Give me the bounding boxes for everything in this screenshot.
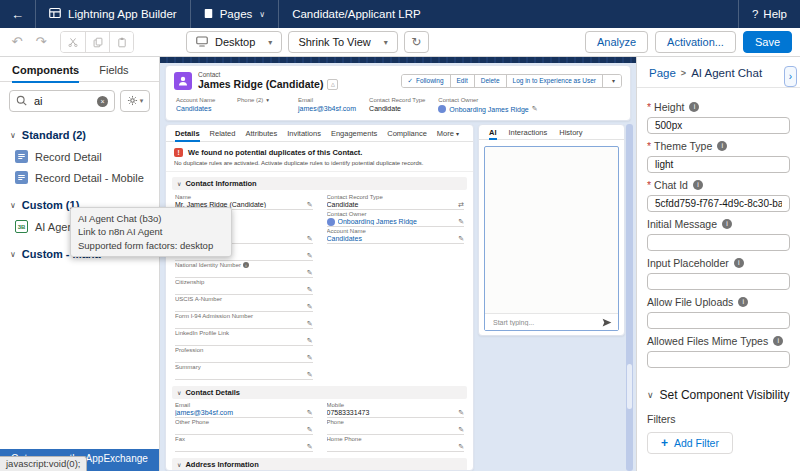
inspector-field-input[interactable]: [647, 195, 790, 212]
info-right-column: Contact Record Type Candidate ⇄ Contact …: [327, 194, 465, 381]
record-title: James Ridge (Candidate): [198, 78, 323, 90]
info-icon[interactable]: [689, 102, 699, 112]
edit-pencil-icon[interactable]: [307, 252, 313, 260]
record-detail-card[interactable]: Details Related Attributes Invit: [165, 124, 474, 471]
info-icon[interactable]: [717, 141, 727, 151]
edit-pencil-icon[interactable]: [532, 105, 538, 113]
clear-search-icon[interactable]: ×: [97, 96, 108, 107]
component-list-item[interactable]: Record Detail: [0, 146, 159, 167]
ai-panel-tab[interactable]: Interactions: [509, 125, 548, 140]
canvas-scrollbar[interactable]: [626, 124, 633, 471]
chat-input[interactable]: [491, 318, 598, 327]
section-contact-information[interactable]: ∨ Contact Information: [172, 177, 467, 190]
info-icon[interactable]: [738, 297, 748, 307]
record-tab[interactable]: Invitations: [287, 125, 321, 142]
record-action-button[interactable]: Delete: [474, 75, 506, 87]
back-button[interactable]: ←: [0, 0, 36, 28]
edit-pencil-icon[interactable]: [307, 371, 313, 379]
info-icon[interactable]: [722, 219, 732, 229]
edit-pencil-icon[interactable]: [458, 235, 464, 243]
refresh-button[interactable]: ↻: [404, 31, 429, 53]
section-address-information[interactable]: ∨ Address Information: [172, 458, 467, 471]
record-tab[interactable]: Details: [175, 125, 200, 142]
edit-pencil-icon[interactable]: [458, 426, 464, 434]
inspector-field-input[interactable]: [647, 351, 790, 368]
inspector-field-label: Chat Id: [654, 179, 688, 191]
ai-agent-chat-component[interactable]: AI Interactions History: [478, 124, 625, 336]
edit-pencil-icon[interactable]: [307, 337, 313, 345]
paste-icon[interactable]: [109, 32, 133, 52]
inspector-field-input[interactable]: [647, 156, 790, 173]
activation-button[interactable]: Activation...: [655, 31, 736, 53]
edit-pencil-icon[interactable]: [307, 286, 313, 294]
ai-panel-tab[interactable]: History: [559, 125, 582, 140]
help-button[interactable]: ? Help: [738, 0, 800, 28]
record-action-button[interactable]: [602, 75, 621, 87]
search-input[interactable]: [32, 94, 92, 108]
edit-pencil-icon[interactable]: [307, 443, 313, 451]
edit-pencil-icon[interactable]: [307, 320, 313, 328]
redo-icon[interactable]: ↷: [32, 32, 50, 52]
add-filter-button[interactable]: + Add Filter: [647, 432, 733, 454]
sidebar-tab[interactable]: Fields: [99, 57, 128, 82]
component-settings-button[interactable]: ▾: [120, 90, 150, 112]
section-contact-details[interactable]: ∨ Contact Details: [172, 386, 467, 399]
edit-pencil-icon[interactable]: [307, 269, 313, 277]
edit-pencil-icon[interactable]: [307, 201, 313, 209]
section-standard[interactable]: ∨ Standard (2): [0, 118, 159, 146]
scrollbar-thumb[interactable]: [627, 364, 632, 409]
info-icon[interactable]: [773, 336, 783, 346]
record-highlights-card[interactable]: Contact James Ridge (Candidate) △ Follow…: [165, 65, 631, 121]
edit-pencil-icon[interactable]: [458, 443, 464, 451]
highlight-field: Contact Record Type Candidate: [369, 97, 425, 113]
field-row: Account Name Candidates: [327, 228, 465, 245]
component-list-item[interactable]: Record Detail - Mobile: [0, 167, 159, 188]
copy-icon[interactable]: [85, 32, 109, 52]
send-icon[interactable]: [602, 313, 612, 331]
edit-pencil-icon[interactable]: [458, 218, 464, 226]
record-tab[interactable]: More: [437, 125, 459, 142]
record-tab[interactable]: Attributes: [245, 125, 277, 142]
field-label: Phone: [327, 419, 344, 425]
ai-panel-tab[interactable]: AI: [489, 125, 497, 140]
field-label: LinkedIn Profile Link: [175, 330, 229, 336]
record-action-group: Following Edit Delete: [401, 74, 622, 88]
info-icon[interactable]: [734, 258, 744, 268]
undo-icon[interactable]: ↶: [8, 32, 26, 52]
inspector-field-input[interactable]: [647, 234, 790, 251]
edit-pencil-icon[interactable]: [458, 409, 464, 417]
edit-pencil-icon[interactable]: [307, 235, 313, 243]
analyze-button[interactable]: Analyze: [585, 31, 648, 53]
sidebar-tab[interactable]: Components: [12, 57, 79, 82]
device-selector[interactable]: Desktop ▾: [186, 31, 282, 53]
inspector-field-input[interactable]: [647, 312, 790, 329]
edit-pencil-icon[interactable]: [307, 354, 313, 362]
record-tabs: Details Related Attributes Invit: [166, 125, 473, 142]
set-component-visibility-header[interactable]: ∨ Set Component Visibility: [647, 388, 790, 402]
record-tab[interactable]: Compliance: [387, 125, 427, 142]
breadcrumb-page-link[interactable]: Page: [649, 67, 676, 79]
record-action-button[interactable]: Following: [402, 75, 450, 87]
hierarchy-icon-button[interactable]: △: [327, 79, 338, 90]
search-icon: [16, 92, 27, 110]
edit-pencil-icon[interactable]: [307, 426, 313, 434]
save-button[interactable]: Save: [743, 31, 792, 53]
avatar: [438, 105, 446, 113]
record-tab[interactable]: Engagements: [331, 125, 377, 142]
record-action-button[interactable]: Edit: [450, 75, 474, 87]
collapse-panel-button[interactable]: ›: [784, 66, 797, 87]
pages-menu[interactable]: Pages ∨: [191, 0, 279, 28]
change-record-type-icon[interactable]: ⇄: [458, 201, 464, 209]
inspector-field-input[interactable]: [647, 117, 790, 134]
field-row: USCIS A-Number: [175, 296, 313, 313]
view-mode-selector[interactable]: Shrink To View ▾: [288, 31, 397, 53]
cut-icon[interactable]: [61, 32, 85, 52]
edit-pencil-icon[interactable]: [307, 303, 313, 311]
inspector-field-input[interactable]: [647, 273, 790, 290]
record-action-button[interactable]: Log in to Experience as User: [506, 75, 602, 87]
page-canvas[interactable]: Contact James Ridge (Candidate) △ Follow…: [160, 57, 636, 471]
chevron-down-icon[interactable]: [266, 97, 269, 103]
edit-pencil-icon[interactable]: [307, 409, 313, 417]
info-icon[interactable]: [693, 180, 703, 190]
record-tab[interactable]: Related: [210, 125, 236, 142]
